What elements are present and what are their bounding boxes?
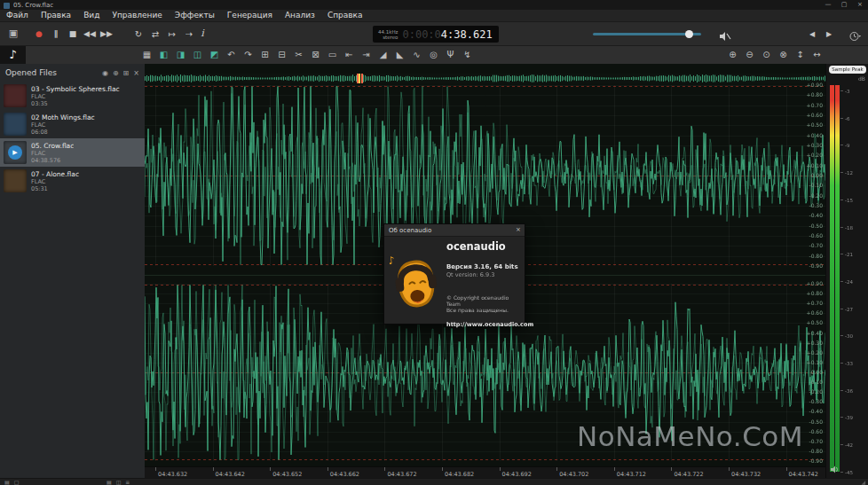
view-split-button[interactable]: ◫ xyxy=(116,479,122,485)
timeline-label: 04:43.712 xyxy=(617,471,646,478)
undo-button[interactable]: ↶ xyxy=(223,46,240,64)
monitor-button[interactable]: ▣ xyxy=(5,22,21,45)
timeline-label: 04:43.682 xyxy=(445,471,474,478)
menu-item[interactable]: Анализ xyxy=(279,10,321,21)
effect-button[interactable]: ↯ xyxy=(459,46,476,64)
zoom-out-button[interactable]: ⊖ xyxy=(741,46,758,64)
draw-button[interactable]: ∿ xyxy=(408,46,425,64)
menu-item[interactable]: Правка xyxy=(35,10,77,21)
record-button[interactable]: ● xyxy=(32,29,46,38)
view-single-button[interactable]: ▤ xyxy=(107,479,112,485)
resize-grip[interactable]: ◢ xyxy=(861,479,865,485)
window-title: 05. Crow.flac xyxy=(13,2,53,9)
amplitude-scale-label: +0.70 xyxy=(796,103,823,108)
ocenaudio-window: 05. Crow.flac —▢× ФайлПравкаВидУправлени… xyxy=(0,0,868,485)
sample-peak-button[interactable]: Sample Peak xyxy=(829,66,866,74)
amplitude-scale-label: -0.50 xyxy=(796,419,823,425)
timeline-tick xyxy=(729,467,730,471)
join-button[interactable]: ◫ xyxy=(189,46,206,64)
close-button[interactable]: × xyxy=(852,0,868,10)
zoom-in-button[interactable]: ⊕ xyxy=(724,46,741,64)
time-display[interactable]: 44.1kHzstereo 0:00:04:38.621 xyxy=(373,26,499,43)
zoom-horizontal-button[interactable]: ↔ xyxy=(809,46,825,64)
amplitude-scale-label: +0.90 xyxy=(796,281,823,286)
spectral-button[interactable]: Ψ xyxy=(442,46,459,64)
amplitude-scale-label: -0.30 xyxy=(796,203,823,208)
overview-bar[interactable] xyxy=(145,74,825,83)
crop-button[interactable]: ▭ xyxy=(324,46,341,64)
autoscroll-button[interactable]: ⇢ xyxy=(182,29,196,39)
loop-selection-button[interactable]: ⇄ xyxy=(148,29,162,39)
file-list-item[interactable]: 03 - Symbolic Spheres.flacFLAC03:35 xyxy=(0,82,145,110)
forward-button[interactable]: ▶ xyxy=(822,30,836,38)
app-logo-icon: ♪ xyxy=(0,46,26,64)
skip-back-button[interactable]: ◀◀ xyxy=(83,29,97,38)
file-thumbnail xyxy=(4,84,27,107)
maximize-button[interactable]: ▢ xyxy=(836,0,852,10)
split-button[interactable]: ◧ xyxy=(155,46,172,64)
status-box-button[interactable]: ▢ xyxy=(14,479,20,485)
trim-button[interactable]: ◨ xyxy=(172,46,189,64)
stop-button[interactable]: ■ xyxy=(66,29,80,38)
redo-button[interactable]: ↷ xyxy=(240,46,256,64)
repeat-button[interactable]: ↻ xyxy=(131,29,146,39)
amplitude-scale-label: +0.80 xyxy=(796,291,823,296)
meter-tick xyxy=(840,227,843,228)
meter-speaker-icon[interactable] xyxy=(831,460,840,477)
status-grid-button[interactable]: ▤ xyxy=(4,479,10,485)
back-button[interactable]: ◀ xyxy=(805,30,819,38)
menu-item[interactable]: Генерация xyxy=(221,10,279,21)
save-button[interactable]: ▦ xyxy=(138,46,155,64)
record-file-button[interactable]: ◉ xyxy=(102,69,108,77)
info-button[interactable]: i xyxy=(197,22,208,45)
zero-cross-button[interactable]: ◎ xyxy=(425,46,442,64)
status-left-icons: ▤▢ xyxy=(4,479,19,485)
delete-button[interactable]: ⊠ xyxy=(307,46,324,64)
timeline-tick xyxy=(384,467,385,471)
copy-button[interactable]: ⊞ xyxy=(256,46,273,64)
paste-button[interactable]: ⊟ xyxy=(273,46,290,64)
svg-text:♪: ♪ xyxy=(390,254,395,267)
meter-db-label: -36 xyxy=(845,388,853,394)
view-list-button[interactable]: ≡ xyxy=(125,479,130,485)
volume-slider[interactable] xyxy=(593,32,701,36)
dialog-close-button[interactable]: × xyxy=(512,224,525,236)
pause-button[interactable]: ∥ xyxy=(49,29,63,38)
timeline-label: 04:43.642 xyxy=(216,471,245,478)
amplitude-scale-label: 0.00 xyxy=(796,370,823,375)
menu-item[interactable]: Справка xyxy=(321,10,369,21)
zoom-selection-button[interactable]: ⊙ xyxy=(758,46,775,64)
marker-in-button[interactable]: ⇤ xyxy=(341,46,358,64)
mute-icon[interactable] xyxy=(719,28,731,45)
history-clock-icon[interactable] xyxy=(849,28,861,45)
minimize-button[interactable]: — xyxy=(820,0,836,10)
status-speaker-icon[interactable] xyxy=(813,479,822,485)
play-from-cursor-button[interactable]: ↦ xyxy=(165,29,179,39)
transport-buttons: ●∥■◀◀▶▶ xyxy=(32,22,114,45)
zoom-fit-button[interactable]: ⊗ xyxy=(775,46,792,64)
amplitude-scale-label: +0.50 xyxy=(796,122,823,128)
website-link[interactable]: http://www.ocenaudio.com xyxy=(446,321,522,328)
fade-out-button[interactable]: ◣ xyxy=(391,46,408,64)
silence-button[interactable]: ◩ xyxy=(206,46,223,64)
about-qt-version: Qt version: 6.9.3 xyxy=(446,271,522,278)
duplicate-file-button[interactable]: ⊞ xyxy=(123,69,130,77)
file-list-item[interactable]: 07 - Alone.flacFLAC05:31 xyxy=(0,167,145,195)
file-list-item[interactable]: 02 Moth Wings.flacFLAC06:08 xyxy=(0,110,145,138)
menu-item[interactable]: Управление xyxy=(106,10,168,21)
close-file-button[interactable]: × xyxy=(133,69,139,77)
file-list-item[interactable]: ▶05. Crow.flacFLAC04:38.576 xyxy=(0,138,145,167)
timeline-ruler[interactable]: 04:43.63204:43.64204:43.65204:43.66204:4… xyxy=(145,466,825,479)
volume-handle[interactable] xyxy=(685,30,693,38)
fade-in-button[interactable]: ◢ xyxy=(375,46,391,64)
zoom-vertical-button[interactable]: ↕ xyxy=(792,46,809,64)
menu-item[interactable]: Вид xyxy=(77,10,106,21)
amplitude-scale-label: -0.80 xyxy=(796,449,823,454)
menu-item[interactable]: Эффекты xyxy=(169,10,221,21)
about-dialog-title: Об ocenaudio xyxy=(389,227,431,234)
cut-button[interactable]: ✂ xyxy=(290,46,307,64)
fast-forward-button[interactable]: ▶▶ xyxy=(99,29,114,38)
marker-out-button[interactable]: ⇥ xyxy=(358,46,375,64)
menu-item[interactable]: Файл xyxy=(0,10,35,21)
add-file-button[interactable]: ⊕ xyxy=(113,69,119,77)
